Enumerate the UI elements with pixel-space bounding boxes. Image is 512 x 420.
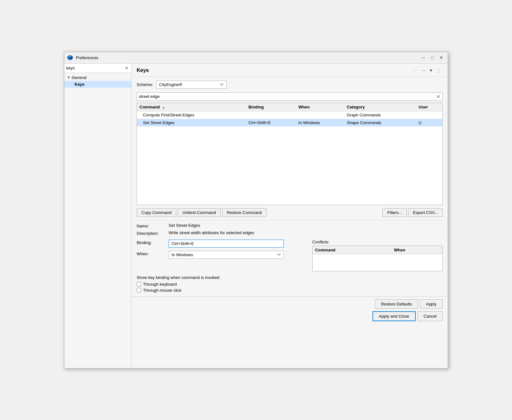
table-header-row: Command ▲ Binding When Category User: [137, 103, 442, 111]
window-body: ✕ ▼ General Keys Keys ← → ▾: [64, 64, 448, 368]
bottom-bar-2: Apply and Close Cancel: [132, 311, 448, 324]
col-binding-label: Binding: [248, 105, 264, 109]
filter-input[interactable]: [139, 94, 436, 99]
col-category[interactable]: Category: [344, 103, 416, 111]
col-command-label: Command: [140, 105, 160, 109]
preferences-window: Preferences ─ □ ✕ ✕ ▼ General Keys: [64, 52, 448, 368]
row2-category: Shape Commands: [344, 119, 416, 126]
when-row: When: In Windows Always In Dialogs: [137, 251, 301, 259]
filter-input-wrap: ✕: [137, 92, 443, 101]
table-row[interactable]: Compute First/Street Edges Graph Command…: [137, 111, 442, 119]
scheme-select[interactable]: CityEngine® Default: [156, 81, 227, 89]
sort-asc-icon: ▲: [162, 106, 165, 109]
maximize-button[interactable]: □: [428, 54, 436, 61]
conflicts-table-header: Command When: [313, 246, 442, 254]
unbind-command-button[interactable]: Unbind Command: [178, 208, 221, 217]
binding-row: Binding:: [137, 240, 301, 248]
binding-input[interactable]: [169, 240, 284, 248]
main-body: Scheme: CityEngine® Default ✕: [132, 77, 448, 368]
col-user-label: User: [419, 105, 428, 109]
copy-command-button[interactable]: Copy Command: [137, 208, 176, 217]
filter-clear-button[interactable]: ✕: [436, 94, 440, 99]
app-logo: [67, 54, 73, 61]
col-binding[interactable]: Binding: [246, 103, 296, 111]
col-when[interactable]: When: [296, 103, 344, 111]
apply-button[interactable]: Apply: [420, 299, 443, 309]
row2-binding: Ctrl+Shift+E: [246, 119, 296, 126]
conflicts-command-label: Command: [315, 248, 336, 252]
main-content: Keys ← → ▾ ⋮ Scheme: CityEngine® Default: [132, 64, 448, 368]
close-button[interactable]: ✕: [437, 54, 445, 61]
conflicts-when-label: When: [394, 248, 405, 252]
row1-command: Compute First/Street Edges: [137, 111, 246, 119]
row2-user: U: [416, 119, 442, 126]
chevron-down-icon: ▼: [67, 75, 70, 79]
header-nav: ← → ▾ ⋮: [411, 67, 443, 74]
bottom-bar: Restore Defaults Apply: [132, 297, 448, 311]
description-value: Write street width attributes for select…: [169, 230, 443, 235]
when-label: When:: [137, 251, 169, 256]
restore-defaults-button[interactable]: Restore Defaults: [375, 299, 418, 309]
conflicts-col-command: Command: [313, 246, 391, 254]
table-row-selected[interactable]: Set Street Edges Ctrl+Shift+E In Windows…: [137, 119, 442, 126]
conflicts-label: Conflicts:: [312, 240, 443, 244]
description-label: Description:: [137, 230, 169, 236]
sidebar-general-label: General: [72, 75, 86, 80]
mouse-checkbox[interactable]: [137, 288, 141, 292]
col-command[interactable]: Command ▲: [137, 103, 246, 111]
sidebar-search-clear-button[interactable]: ✕: [124, 66, 129, 71]
filters-button[interactable]: Filters...: [382, 208, 407, 217]
name-label: Name:: [137, 223, 169, 228]
sidebar-item-general[interactable]: ▼ General: [64, 74, 131, 81]
apply-and-close-button[interactable]: Apply and Close: [372, 311, 416, 321]
scheme-row: Scheme: CityEngine® Default: [132, 77, 448, 92]
title-bar: Preferences ─ □ ✕: [64, 52, 448, 64]
col-user[interactable]: User: [416, 103, 442, 111]
nav-dropdown-button[interactable]: ▾: [428, 67, 434, 74]
conflicts-table: Command When: [313, 246, 442, 254]
filter-row: ✕: [132, 92, 448, 103]
sidebar-search-input[interactable]: [66, 66, 124, 70]
table-header: Command ▲ Binding When Category User: [137, 103, 442, 111]
svg-marker-3: [70, 57, 73, 60]
action-buttons-row: Copy Command Unbind Command Restore Comm…: [132, 205, 448, 220]
keys-table: Command ▲ Binding When Category User: [137, 103, 442, 127]
keys-table-wrap[interactable]: Command ▲ Binding When Category User: [137, 103, 443, 205]
col-category-label: Category: [347, 105, 365, 109]
row1-when: [296, 111, 344, 119]
minimize-button[interactable]: ─: [420, 54, 427, 61]
name-value: Set Street Edges: [169, 223, 200, 228]
nav-menu-button[interactable]: ⋮: [435, 67, 443, 74]
row1-user: [416, 111, 442, 119]
mouse-checkbox-label: Through mouse click: [143, 288, 181, 293]
table-body: Compute First/Street Edges Graph Command…: [137, 111, 442, 126]
sidebar-item-keys[interactable]: Keys: [64, 81, 131, 88]
restore-command-button[interactable]: Restore Command: [222, 208, 267, 217]
details-section: Name: Set Street Edges Description: Writ…: [132, 220, 448, 240]
checkbox-mouse-row: Through mouse click: [137, 288, 443, 293]
nav-forward-button[interactable]: →: [420, 67, 428, 74]
keybind-show-label: Show key binding when command is invoked: [137, 275, 443, 280]
sidebar-keys-label: Keys: [75, 82, 84, 87]
name-row: Name: Set Street Edges: [137, 223, 443, 228]
row2-command: Set Street Edges: [137, 119, 246, 126]
sidebar-search-bar: ✕: [64, 64, 131, 73]
page-title: Keys: [137, 67, 149, 73]
binding-label: Binding:: [137, 240, 169, 245]
window-title: Preferences: [76, 55, 420, 60]
conflicts-col-when: When: [391, 246, 442, 254]
checkbox-keyboard-row: Through keyboard: [137, 282, 443, 287]
sidebar: ✕ ▼ General Keys: [64, 64, 132, 368]
export-csv-button[interactable]: Export CSV...: [408, 208, 443, 217]
cancel-button[interactable]: Cancel: [418, 311, 443, 321]
details-left: Binding: When: In Windows Always In Dial…: [137, 240, 301, 271]
nav-back-button[interactable]: ←: [411, 67, 419, 74]
keyboard-checkbox[interactable]: [137, 282, 141, 286]
scheme-label: Scheme:: [137, 82, 153, 87]
keybind-show-section: Show key binding when command is invoked…: [132, 273, 448, 297]
conflicts-table-wrap: Command When: [312, 246, 443, 271]
details-conflicts-row: Binding: When: In Windows Always In Dial…: [132, 240, 448, 271]
when-select[interactable]: In Windows Always In Dialogs: [169, 251, 284, 259]
sidebar-tree: ▼ General Keys: [64, 73, 131, 368]
window-controls: ─ □ ✕: [420, 54, 445, 61]
